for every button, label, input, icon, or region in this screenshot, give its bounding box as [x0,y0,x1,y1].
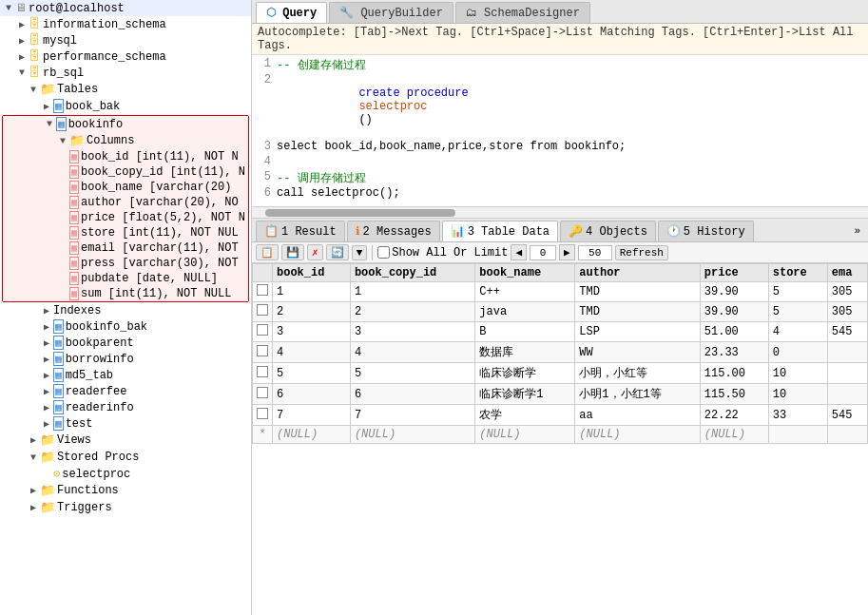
row-cb[interactable] [253,363,273,384]
sidebar-item-selectproc[interactable]: ⚙ selectproc [0,466,251,482]
offset-input[interactable] [530,245,556,260]
sidebar-item-performance_schema[interactable]: ▶ 🗄 performance_schema [0,48,251,65]
horizontal-scrollbar[interactable] [252,207,868,219]
sidebar-item-col-press[interactable]: ▦ press [varchar(30), NOT [3,256,248,271]
table-row[interactable]: 3 3 B LSP 51.00 4 545 [253,322,868,342]
th-book_name[interactable]: book_name [475,264,575,282]
folder-icon: 📁 [40,432,55,448]
tab-objects[interactable]: 🔑 4 Objects [560,221,656,241]
expand-icon: ▶ [40,354,53,365]
table-label: test [66,417,93,431]
row-cb[interactable] [253,282,273,302]
table-row[interactable]: 6 6 临床诊断学1 小明1，小红1等 115.50 10 [253,384,868,405]
row-cb[interactable] [253,322,273,342]
toolbar-btn-filter[interactable]: ▼ [352,245,368,260]
th-book_id[interactable]: book_id [273,264,351,282]
refresh-btn[interactable]: Refresh [615,245,668,260]
star-row[interactable]: * (NULL) (NULL) (NULL) (NULL) (NULL) [253,426,868,444]
sidebar-item-col-book_copy_id[interactable]: ▦ book_copy_id [int(11), N [3,164,248,180]
count-input[interactable] [578,245,612,260]
row-cb[interactable] [253,405,273,426]
tab-schemadesigner[interactable]: 🗂 SchemaDesigner [455,2,590,23]
collapse-arrow[interactable]: » [850,223,864,239]
sidebar-item-borrowinfo[interactable]: ▶ ▦ borrowinfo [0,351,251,367]
toolbar-btn-1[interactable]: 📋 [256,244,279,260]
sidebar-item-col-pubdate[interactable]: ▦ pubdate [date, NULL] [3,271,248,286]
sidebar-item-root[interactable]: ▼ 🖥 root@localhost [0,0,251,16]
th-store[interactable]: store [768,264,827,282]
sidebar-item-views[interactable]: ▶ 📁 Views [0,432,251,449]
tab-history[interactable]: 🕐 5 History [658,221,754,241]
sidebar-item-col-store[interactable]: ▦ store [int(11), NOT NUL [3,225,248,240]
sidebar-item-readerinfo[interactable]: ▶ ▦ readerinfo [0,399,251,415]
prev-btn[interactable]: ◀ [511,244,527,260]
sidebar-item-columns[interactable]: ▼ 📁 Columns [3,132,248,149]
sidebar-item-test[interactable]: ▶ ▦ test [0,415,251,432]
messages-icon: ℹ [356,224,360,239]
table-row[interactable]: 1 1 C++ TMD 39.90 5 305 [253,282,868,302]
toolbar-sep-1 [372,245,373,260]
sidebar-item-bookparent[interactable]: ▶ ▦ bookparent [0,335,251,351]
tab-query[interactable]: ⬡ Query [256,2,327,23]
th-author[interactable]: author [575,264,700,282]
row-cb[interactable] [253,384,273,405]
sidebar-item-readerfee[interactable]: ▶ ▦ readerfee [0,383,251,399]
sidebar-item-tables[interactable]: ▼ 📁 Tables [0,81,251,98]
query-tab-label: Query [282,7,317,20]
sidebar-item-functions[interactable]: ▶ 📁 Functions [0,482,251,499]
line-5: 5 -- 调用存储过程 [252,170,868,186]
th-book_copy_id[interactable]: book_copy_id [350,264,474,282]
table-row[interactable]: 7 7 农学 aa 22.22 33 545 [253,405,868,426]
sidebar-item-rb_sql[interactable]: ▼ 🗄 rb_sql [0,65,251,81]
sidebar-item-mysql[interactable]: ▶ 🗄 mysql [0,32,251,48]
cell-price: 22.22 [700,405,768,426]
expand-icon: ▶ [40,418,53,430]
cell-price: 23.33 [700,342,768,363]
schemadesigner-tab-label: SchemaDesigner [484,7,580,20]
cell-book_copy_id: 6 [350,384,474,405]
row-cb[interactable] [253,342,273,363]
table-row[interactable]: 2 2 java TMD 39.90 5 305 [253,302,868,322]
schemadesigner-tab-icon: 🗂 [466,7,477,20]
result-tab-bar: 📋 1 Result ℹ 2 Messages 📊 3 Table Data 🔑… [252,219,868,242]
sidebar-item-col-price[interactable]: ▦ price [float(5,2), NOT N [3,210,248,225]
toolbar-btn-delete[interactable]: ✗ [307,244,323,260]
show-all-checkbox[interactable] [377,246,390,259]
expand-icon: ▶ [27,485,40,496]
sidebar-item-col-book_id[interactable]: ▦ book_id [int(11), NOT N [3,149,248,164]
sidebar-item-col-sum[interactable]: ▦ sum [int(11), NOT NULL [3,286,248,301]
th-email[interactable]: ema [827,264,867,282]
null-email [827,426,867,444]
data-table-wrapper[interactable]: book_id book_copy_id book_name author pr… [252,263,868,615]
sidebar-item-bookinfo[interactable]: ▼ ▦ bookinfo [3,116,248,132]
table-row[interactable]: 4 4 数据库 WW 23.33 0 [253,342,868,363]
toolbar-btn-save[interactable]: 💾 [281,244,304,260]
sidebar-item-book_bak[interactable]: ▶ ▦ book_bak [0,98,251,114]
next-btn[interactable]: ▶ [559,244,575,260]
sidebar-item-col-email[interactable]: ▦ email [varchar(11), NOT [3,240,248,256]
table-row[interactable]: 5 5 临床诊断学 小明，小红等 115.00 10 [253,363,868,384]
line-content-3: select book_id,book_name,price,store fro… [277,140,866,153]
folder-label: Columns [87,134,134,147]
tab-table-data[interactable]: 📊 3 Table Data [442,221,558,241]
query-editor[interactable]: 1 -- 创建存储过程 2 create procedure selectpro… [252,55,868,207]
sidebar-item-bookinfo_bak[interactable]: ▶ ▦ bookinfo_bak [0,318,251,335]
sidebar-item-md5_tab[interactable]: ▶ ▦ md5_tab [0,367,251,383]
tab-querybuilder[interactable]: 🔧 QueryBuilder [329,2,453,23]
sidebar-item-col-book_name[interactable]: ▦ book_name [varchar(20) [3,180,248,195]
sidebar-item-information_schema[interactable]: ▶ 🗄 information_schema [0,16,251,32]
col-label: email [varchar(11), NOT [81,241,239,255]
scroll-thumb[interactable] [265,209,455,217]
th-price[interactable]: price [700,264,768,282]
row-cb[interactable] [253,302,273,322]
toolbar-btn-4[interactable]: 🔄 [326,244,349,260]
expand-icon: ▶ [27,434,40,446]
tab-result[interactable]: 📋 1 Result [256,221,345,241]
sidebar-item-col-author[interactable]: ▦ author [varchar(20), NO [3,195,248,210]
line-1: 1 -- 创建存储过程 [252,57,868,73]
tab-messages[interactable]: ℹ 2 Messages [347,221,440,241]
sidebar-item-stored-procs[interactable]: ▼ 📁 Stored Procs [0,449,251,466]
cell-author: 小明，小红等 [575,363,700,384]
sidebar-item-triggers[interactable]: ▶ 📁 Triggers [0,499,251,516]
sidebar-item-indexes[interactable]: ▶ Indexes [0,303,251,318]
